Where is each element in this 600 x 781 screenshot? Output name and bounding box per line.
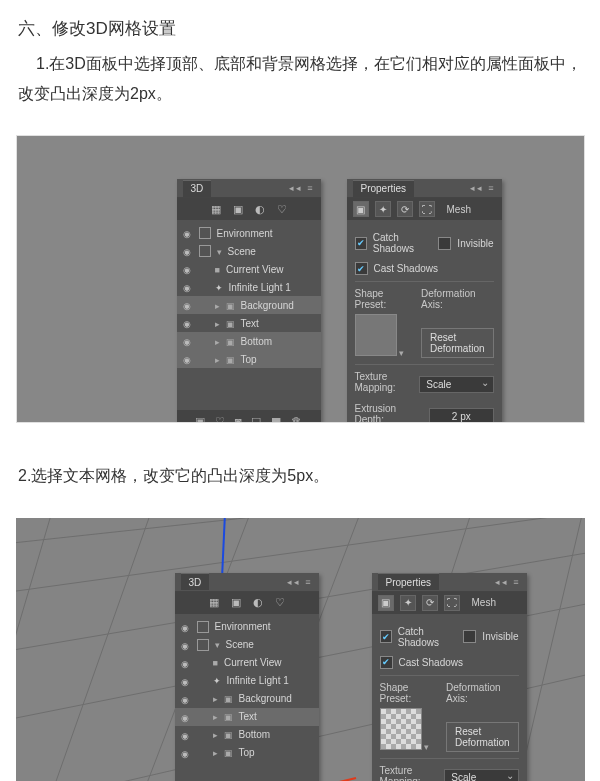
filter-light-icon[interactable]: ♡ <box>276 203 288 215</box>
layer-scene[interactable]: Scene <box>177 242 321 260</box>
layer-text[interactable]: Text <box>175 708 319 726</box>
extrusion-depth-input[interactable]: 2 px <box>429 408 493 424</box>
layer-current-view[interactable]: Current View <box>175 654 319 672</box>
layer-infinite-light[interactable]: Infinite Light 1 <box>175 672 319 690</box>
visibility-icon[interactable] <box>181 622 191 632</box>
visibility-icon[interactable] <box>183 246 193 256</box>
checkbox-icon[interactable] <box>355 262 368 275</box>
coords-tab-icon[interactable]: ⛶ <box>444 595 460 611</box>
dropdown-arrow-icon[interactable]: ▾ <box>399 348 404 358</box>
checkbox-icon[interactable] <box>463 630 476 643</box>
mesh-icon <box>226 336 235 347</box>
texture-mapping-label: Texture Mapping: <box>355 371 412 393</box>
select-box-icon[interactable] <box>199 227 211 239</box>
layer-top[interactable]: Top <box>175 744 319 762</box>
panel-3d-tab[interactable]: 3D <box>181 573 210 590</box>
cap-tab-icon[interactable]: ⟳ <box>422 595 438 611</box>
layer-bottom[interactable]: Bottom <box>175 726 319 744</box>
panel-collapse-icons[interactable]: ◂◂ ≡ <box>287 577 313 587</box>
cap-tab-icon[interactable]: ⟳ <box>397 201 413 217</box>
layer-environment[interactable]: Environment <box>177 224 321 242</box>
deform-tab-icon[interactable]: ✦ <box>375 201 391 217</box>
expand-icon[interactable] <box>215 336 220 347</box>
filter-all-icon[interactable]: ▦ <box>208 597 220 609</box>
layer-infinite-light[interactable]: Infinite Light 1 <box>177 278 321 296</box>
coords-tab-icon[interactable]: ⛶ <box>419 201 435 217</box>
shape-preset-swatch[interactable] <box>355 314 397 356</box>
expand-icon[interactable] <box>213 747 218 758</box>
expand-icon[interactable] <box>215 639 220 650</box>
layer-background[interactable]: Background <box>177 296 321 314</box>
visibility-icon[interactable] <box>183 300 193 310</box>
visibility-icon[interactable] <box>183 282 193 292</box>
visibility-icon[interactable] <box>183 318 193 328</box>
mesh-tab-icon[interactable]: ▣ <box>353 201 369 217</box>
layer-top[interactable]: Top <box>177 350 321 368</box>
cast-shadows-row[interactable]: Cast Shadows <box>380 656 519 669</box>
invisible-row[interactable]: Invisible <box>463 626 518 648</box>
checkbox-icon[interactable] <box>380 630 392 643</box>
select-box-icon[interactable] <box>199 245 211 257</box>
visibility-icon[interactable] <box>183 354 193 364</box>
select-box-icon[interactable] <box>197 639 209 651</box>
visibility-icon[interactable] <box>181 730 191 740</box>
texture-mapping-select[interactable]: Scale <box>444 769 518 781</box>
camera-icon[interactable]: ◙ <box>235 415 242 423</box>
texture-mapping-select[interactable]: Scale <box>419 376 493 393</box>
shape-preset-swatch[interactable] <box>380 708 422 750</box>
reset-deformation-button[interactable]: Reset Deformation <box>421 328 493 358</box>
checkbox-icon[interactable] <box>380 656 393 669</box>
visibility-icon[interactable] <box>181 712 191 722</box>
visibility-icon[interactable] <box>181 676 191 686</box>
filter-material-icon[interactable]: ◐ <box>252 597 264 609</box>
add-icon[interactable]: ⬓ <box>251 415 261 424</box>
filter-all-icon[interactable]: ▦ <box>210 203 222 215</box>
checkbox-icon[interactable] <box>355 237 367 250</box>
layer-background[interactable]: Background <box>175 690 319 708</box>
expand-icon[interactable] <box>213 711 218 722</box>
footer-icon[interactable]: ▣ <box>195 415 205 424</box>
filter-light-icon[interactable]: ♡ <box>274 597 286 609</box>
filter-mesh-icon[interactable]: ▣ <box>230 597 242 609</box>
filter-mesh-icon[interactable]: ▣ <box>232 203 244 215</box>
visibility-icon[interactable] <box>183 336 193 346</box>
visibility-icon[interactable] <box>181 640 191 650</box>
expand-icon[interactable] <box>213 693 218 704</box>
trash-icon[interactable]: 🗑 <box>291 415 302 423</box>
expand-icon[interactable] <box>215 300 220 311</box>
mesh-tab-icon[interactable]: ▣ <box>378 595 394 611</box>
reset-deformation-button[interactable]: Reset Deformation <box>446 722 518 752</box>
catch-shadows-row[interactable]: Catch Shadows <box>355 232 439 254</box>
panel-3d-tab[interactable]: 3D <box>183 180 212 197</box>
light-icon[interactable]: ⬒ <box>271 415 281 424</box>
checkbox-icon[interactable] <box>438 237 451 250</box>
expand-icon[interactable] <box>215 354 220 365</box>
deform-tab-icon[interactable]: ✦ <box>400 595 416 611</box>
select-box-icon[interactable] <box>197 621 209 633</box>
visibility-icon[interactable] <box>181 694 191 704</box>
visibility-icon[interactable] <box>181 658 191 668</box>
dropdown-arrow-icon[interactable]: ▾ <box>424 742 429 752</box>
catch-shadows-row[interactable]: Catch Shadows <box>380 626 464 648</box>
panel-properties-tab[interactable]: Properties <box>353 180 415 197</box>
filter-material-icon[interactable]: ◐ <box>254 203 266 215</box>
cast-shadows-row[interactable]: Cast Shadows <box>355 262 494 275</box>
layer-current-view[interactable]: Current View <box>177 260 321 278</box>
layer-bottom[interactable]: Bottom <box>177 332 321 350</box>
visibility-icon[interactable] <box>181 748 191 758</box>
render-icon[interactable]: ♡ <box>215 415 225 424</box>
visibility-icon[interactable] <box>183 264 193 274</box>
panel-collapse-icons[interactable]: ◂◂ ≡ <box>470 183 496 193</box>
invisible-row[interactable]: Invisible <box>438 232 493 254</box>
panel-properties-tab[interactable]: Properties <box>378 573 440 590</box>
panel-collapse-icons[interactable]: ◂◂ ≡ <box>495 577 521 587</box>
panel-collapse-icons[interactable]: ◂◂ ≡ <box>289 183 315 193</box>
layer-text[interactable]: Text <box>177 314 321 332</box>
expand-icon[interactable] <box>215 318 220 329</box>
properties-mode-tabs: ▣ ✦ ⟳ ⛶ Mesh <box>347 198 502 220</box>
expand-icon[interactable] <box>213 729 218 740</box>
layer-scene[interactable]: Scene <box>175 636 319 654</box>
expand-icon[interactable] <box>217 246 222 257</box>
visibility-icon[interactable] <box>183 228 193 238</box>
layer-environment[interactable]: Environment <box>175 618 319 636</box>
